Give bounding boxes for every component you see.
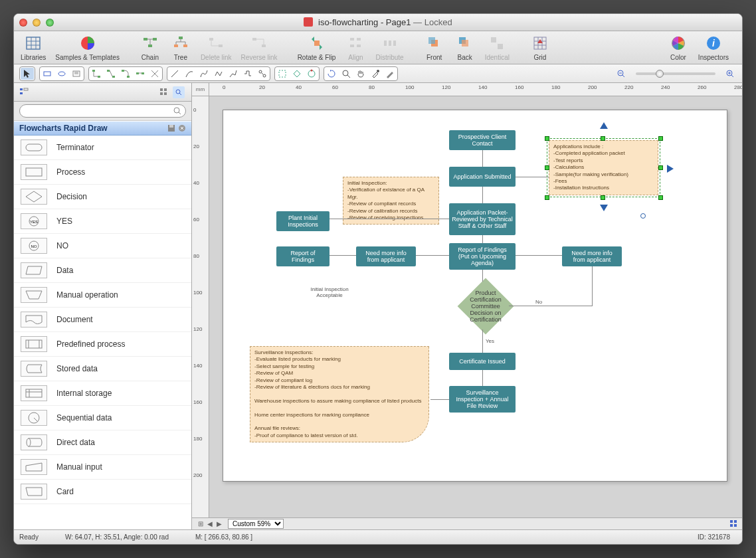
line-tool-3[interactable]	[197, 68, 211, 80]
chain-button[interactable]: Chain	[140, 34, 161, 61]
node-need-info-2[interactable]: Need more info from applicant	[562, 246, 622, 266]
pointer-tool[interactable]	[21, 68, 34, 80]
line-tool-1[interactable]	[168, 68, 181, 80]
line-tool-7[interactable]	[256, 68, 269, 80]
node-report-findings-2[interactable]: Report of Findings (Put on Upcoming Agen…	[449, 243, 516, 270]
close-icon[interactable]	[19, 19, 27, 27]
shape-thumb	[21, 484, 47, 500]
selection-handle[interactable]	[601, 195, 605, 200]
node-certificate[interactable]: Certificate Issued	[449, 353, 516, 370]
tab-next[interactable]: ▶	[215, 520, 224, 527]
rotate-flip-button[interactable]: Rotate & Flip	[298, 34, 336, 61]
connector-tool-1[interactable]	[90, 68, 103, 80]
grid-button[interactable]: Grid	[529, 34, 551, 61]
tree-view-icon[interactable]	[18, 86, 30, 98]
connector-tool-5[interactable]	[148, 68, 161, 80]
shape-item-data[interactable]: Data	[14, 258, 191, 283]
ellipse-tool[interactable]	[55, 68, 68, 80]
canvas-scroll[interactable]: Prospective Client Contact Application S…	[209, 96, 742, 517]
shape-item-manual-operation[interactable]: Manual operation	[14, 283, 191, 308]
selection-handle[interactable]	[545, 195, 549, 200]
selection-arrow-up[interactable]	[600, 122, 608, 129]
zoom-slider[interactable]	[636, 72, 715, 75]
eyedrop-tool[interactable]	[369, 68, 382, 80]
inspectors-button[interactable]: iInspectors	[698, 34, 729, 61]
back-button[interactable]: Back	[454, 34, 476, 61]
node-application-packet[interactable]: Application Packet- Reviewed by Technica…	[449, 203, 516, 235]
search-toggle-icon[interactable]	[173, 86, 185, 98]
node-surveillance[interactable]: Surveillance Inspection + Annual File Re…	[449, 386, 516, 413]
node-report-findings-1[interactable]: Report of Findings	[276, 246, 330, 266]
selection-arrow-down[interactable]	[600, 205, 608, 211]
connector-tool-4[interactable]	[134, 68, 147, 80]
library-title[interactable]: Flowcharts Rapid Draw	[14, 121, 191, 136]
shape-edit-1[interactable]	[276, 68, 289, 80]
shape-edit-2[interactable]	[290, 68, 304, 80]
tree-button[interactable]: Tree	[170, 34, 191, 61]
node-prospective-client[interactable]: Prospective Client Contact	[449, 130, 516, 150]
tab-first[interactable]: ⊞	[196, 520, 205, 527]
svg-rect-70	[164, 92, 167, 95]
note-surveillance[interactable]: Surveillance Inspections: -Evaluate list…	[250, 346, 429, 442]
close-library-icon[interactable]	[178, 124, 186, 132]
line-tool-6[interactable]	[241, 68, 254, 80]
shape-item-no[interactable]: NONO	[14, 234, 191, 258]
vertical-ruler[interactable]: 020406080100120140160180200	[192, 96, 209, 517]
selection-handle[interactable]	[658, 195, 663, 200]
shape-edit-3[interactable]	[305, 68, 318, 80]
zoom-select[interactable]: Custom 59%	[228, 519, 284, 529]
line-tool-2[interactable]	[183, 68, 196, 80]
shape-item-process[interactable]: Process	[14, 160, 191, 185]
selection-handle[interactable]	[545, 136, 549, 141]
selection-handle[interactable]	[658, 165, 663, 170]
node-decision[interactable]: Product Certification Committee Decision…	[458, 278, 514, 335]
line-tool-5[interactable]	[227, 68, 240, 80]
color-button[interactable]: Color	[668, 34, 689, 61]
selection-handle[interactable]	[601, 136, 605, 141]
text-tool[interactable]	[70, 68, 83, 80]
zoom-tool[interactable]	[339, 68, 353, 80]
node-need-info-1[interactable]: Need more info from applicant	[356, 246, 416, 266]
node-plant-inspections[interactable]: Plant Initial Inspections	[276, 211, 330, 231]
line-tool-4[interactable]	[212, 68, 225, 80]
libraries-button[interactable]: Libraries	[21, 34, 46, 61]
minimize-icon[interactable]	[33, 19, 41, 27]
shape-item-document[interactable]: Document	[14, 308, 191, 332]
shape-item-yes[interactable]: YESYES	[14, 209, 191, 234]
selection-arrow-right[interactable]	[667, 165, 674, 173]
refresh-tool[interactable]	[325, 68, 338, 80]
node-application-submitted[interactable]: Application Submitted	[449, 167, 516, 187]
save-library-icon[interactable]	[167, 124, 175, 132]
horizontal-ruler[interactable]: 020406080100120140160180200220240260280	[209, 83, 742, 96]
connector-tool-2[interactable]	[104, 68, 118, 80]
tab-prev[interactable]: ◀	[205, 520, 215, 527]
zoom-icon[interactable]	[46, 19, 54, 27]
rotation-handle[interactable]	[640, 213, 646, 219]
zoom-in-icon[interactable]	[723, 68, 737, 80]
shape-item-manual-input[interactable]: Manual input	[14, 455, 191, 480]
shape-item-sequential-data[interactable]: Sequential data	[14, 406, 191, 430]
rect-tool[interactable]	[41, 68, 54, 80]
selection-handle[interactable]	[545, 165, 549, 170]
titlebar[interactable]: iso-flowcharting - Page1 — Locked	[14, 14, 742, 31]
grid-view-icon[interactable]	[158, 86, 170, 98]
pencil-tool[interactable]	[383, 68, 397, 80]
view-mode-icon[interactable]	[729, 519, 738, 529]
shape-item-stored-data[interactable]: Stored data	[14, 357, 191, 381]
zoom-thumb[interactable]	[656, 70, 664, 78]
shape-item-predefined-process[interactable]: Predefined process	[14, 332, 191, 357]
shape-item-decision[interactable]: Decision	[14, 185, 191, 209]
shape-item-card[interactable]: Card	[14, 480, 191, 504]
page[interactable]: Prospective Client Contact Application S…	[223, 110, 727, 482]
selection-handle[interactable]	[658, 136, 663, 141]
shape-item-direct-data[interactable]: Direct data	[14, 430, 191, 455]
front-button[interactable]: Front	[424, 34, 445, 61]
connector-tool-3[interactable]	[119, 68, 132, 80]
zoom-out-icon[interactable]	[614, 68, 628, 80]
note-initial-inspection[interactable]: Initial Inspection: -Verification of exi…	[343, 177, 439, 225]
search-input[interactable]	[19, 104, 186, 118]
shape-item-terminator[interactable]: Terminator	[14, 136, 191, 160]
samples-button[interactable]: Samples & Templates	[55, 34, 120, 61]
hand-tool[interactable]	[354, 68, 367, 80]
shape-item-internal-storage[interactable]: Internal storage	[14, 381, 191, 406]
